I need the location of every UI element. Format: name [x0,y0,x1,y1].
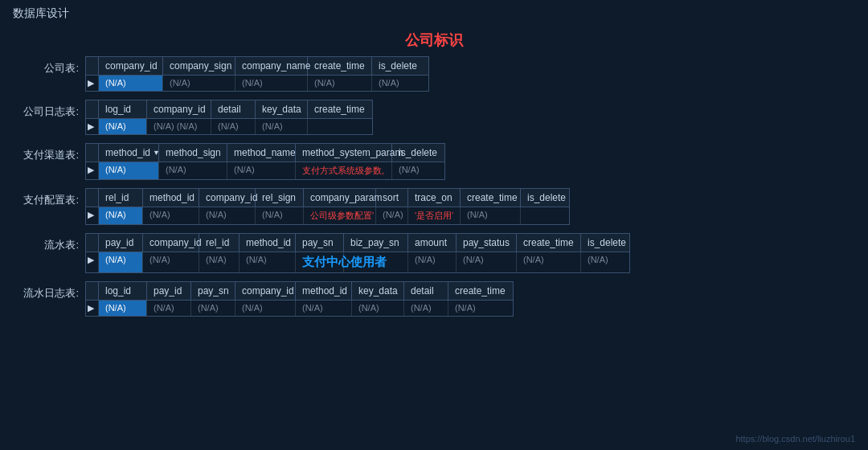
table-label-3: 支付配置表: [13,188,85,207]
data-cell-3-4: 公司级参数配置' [304,207,376,224]
table-label-4: 流水表: [13,233,85,252]
header-cell-0-3: create_time [308,57,372,75]
row-arrow-5: ▶ [86,301,99,316]
header-cell-3-5: sort [376,189,408,207]
center-label: 公司标识 [0,31,868,50]
data-cell-0-2: (N/A) [235,76,308,91]
header-cell-5-1: pay_id [147,282,191,300]
data-cell-5-3: (N/A) [235,301,296,316]
data-cell-5-0: (N/A) [99,301,147,316]
header-cell-3-3: rel_sign [256,189,304,207]
data-cell-4-2: (N/A) [199,252,240,272]
page-title: 数据库设计 [0,0,868,27]
data-cell-1-2: (N/A) [211,119,256,134]
data-cell-2-0: (N/A) [99,162,159,179]
data-cell-2-3: 支付方式系统级参数, [296,162,392,179]
header-cell-4-5: biz_pay_sn [344,234,408,252]
data-cell-4-7: (N/A) [457,252,517,272]
table-label-5: 流水日志表: [13,281,85,301]
header-cell-2-2: method_name [227,144,296,162]
data-cell-2-4: (N/A) [392,162,444,179]
data-cell-5-1: (N/A) [147,301,191,316]
data-cell-4-1: (N/A) [143,252,199,272]
db-table-1: log_idcompany_iddetailkey_datacreate_tim… [85,100,373,135]
header-cell-1-4: create_time [308,100,372,118]
header-cell-3-2: company_id [199,189,256,207]
header-cell-4-8: create_time [517,234,581,252]
db-table-0: company_idcompany_signcompany_namecreate… [85,56,429,92]
table-row-5: 流水日志表:log_idpay_idpay_sncompany_idmethod… [13,281,855,317]
header-cell-5-5: key_data [352,282,404,300]
header-cell-0-1: company_sign [163,57,235,75]
data-cell-3-2: (N/A) [199,207,256,224]
data-cell-4-5: 使用者 [344,252,408,272]
header-cell-2-3: method_system_param [296,144,392,162]
header-cell-2-0: method_id▼ [99,144,159,162]
content-area: 公司表:company_idcompany_signcompany_namecr… [0,56,868,317]
table-row-0: 公司表:company_idcompany_signcompany_namecr… [13,56,855,92]
data-cell-3-6: '是否启用' [408,207,461,224]
header-cell-3-8: is_delete [521,189,569,207]
data-cell-4-3: (N/A) [240,252,296,272]
data-cell-0-1: (N/A) [163,76,235,91]
header-cell-4-6: amount [408,234,457,252]
header-cell-4-9: is_delete [581,234,629,252]
data-cell-0-3: (N/A) [308,76,372,91]
table-label-2: 支付渠道表: [13,143,85,162]
data-cell-1-3: (N/A) [256,119,308,134]
header-cell-5-4: method_id [296,282,352,300]
data-cell-5-5: (N/A) [352,301,404,316]
header-cell-5-3: company_id [235,282,296,300]
data-cell-3-8 [521,207,569,224]
data-cell-3-0: (N/A) [99,207,143,224]
header-cell-4-1: company_id [143,234,199,252]
data-cell-5-4: (N/A) [296,301,352,316]
table-label-1: 公司日志表: [13,100,85,119]
header-cell-1-1: company_id [147,100,211,118]
data-cell-1-4 [308,119,372,134]
data-cell-0-4: (N/A) [372,76,428,91]
header-cell-5-0: log_id [99,282,147,300]
header-cell-0-0: company_id [99,57,163,75]
table-row-1: 公司日志表:log_idcompany_iddetailkey_datacrea… [13,100,855,135]
data-cell-1-0: (N/A) [99,119,147,134]
header-cell-5-7: create_time [448,282,513,300]
table-row-3: 支付配置表:rel_idmethod_idcompany_idrel_signc… [13,188,855,225]
data-cell-4-6: (N/A) [408,252,457,272]
row-arrow-1: ▶ [86,119,99,134]
db-table-4: pay_idcompany_idrel_idmethod_idpay_snbiz… [85,233,630,273]
header-cell-2-1: method_sign [159,144,227,162]
db-table-5: log_idpay_idpay_sncompany_idmethod_idkey… [85,281,514,317]
data-cell-2-1: (N/A) [159,162,227,179]
header-cell-3-7: create_time [461,189,521,207]
db-table-3: rel_idmethod_idcompany_idrel_signcompany… [85,188,570,225]
watermark: https://blog.csdn.net/liuzhirou1 [735,434,855,444]
db-table-2: method_id▼method_signmethod_namemethod_s… [85,143,445,180]
header-cell-4-3: method_id [240,234,296,252]
data-cell-4-4: 支付中心 [296,252,344,272]
data-cell-3-7: (N/A) [461,207,521,224]
data-cell-5-6: (N/A) [404,301,448,316]
table-row-2: 支付渠道表:method_id▼method_signmethod_nameme… [13,143,855,180]
data-cell-4-0: (N/A) [99,252,143,272]
header-cell-4-2: rel_id [199,234,240,252]
row-arrow-3: ▶ [86,207,99,224]
header-cell-4-0: pay_id [99,234,143,252]
data-cell-3-1: (N/A) [143,207,199,224]
data-cell-1-1: (N/A) (N/A) [147,119,211,134]
table-label-0: 公司表: [13,56,85,76]
header-cell-2-4: is_delete [392,144,444,162]
header-cell-3-0: rel_id [99,189,143,207]
table-row-4: 流水表:pay_idcompany_idrel_idmethod_idpay_s… [13,233,855,273]
header-cell-3-1: method_id [143,189,199,207]
row-arrow-4: ▶ [86,252,99,272]
header-cell-0-4: is_delete [372,57,428,75]
data-cell-4-8: (N/A) [517,252,581,272]
header-cell-4-7: pay_status [457,234,517,252]
header-cell-0-2: company_name [235,57,308,75]
data-cell-0-0: (N/A) [99,76,163,91]
header-cell-1-3: key_data [256,100,308,118]
header-cell-1-0: log_id [99,100,147,118]
data-cell-5-2: (N/A) [191,301,235,316]
header-cell-4-4: pay_sn [296,234,344,252]
